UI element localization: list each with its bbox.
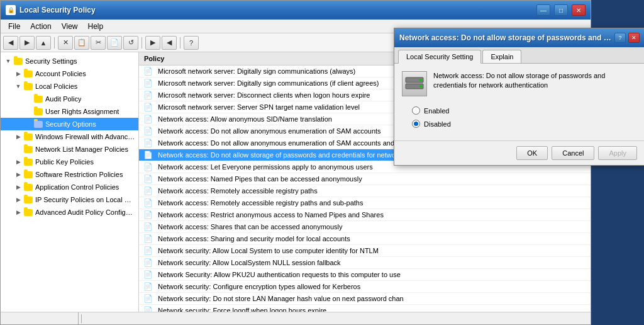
table-row[interactable]: 📄Network security: Allow Local System to… (139, 245, 591, 257)
close-button[interactable]: ✕ (572, 4, 586, 16)
policy-cell: Network security: Configure encryption t… (153, 281, 591, 292)
policy-icon: 📄 (143, 222, 153, 232)
sidebar-item-label: Network List Manager Policies (35, 145, 128, 153)
table-row[interactable]: 📄Network security: Force logoff when log… (139, 305, 591, 312)
policy-cell: Network access: Shares that can be acces… (153, 221, 591, 232)
back-button[interactable]: ◀ (3, 36, 18, 50)
apply-button[interactable]: Apply (598, 146, 637, 160)
main-window-icon: 🔒 (6, 5, 16, 15)
tab-explain[interactable]: Explain (482, 50, 521, 63)
policy-icon: 📄 (143, 258, 153, 268)
sidebar-item-security-settings[interactable]: ▼ Security Settings (1, 55, 138, 67)
table-row[interactable]: 📄Network access: Restrict anonymous acce… (139, 209, 591, 221)
sidebar-item-windows-firewall[interactable]: ▶ Windows Firewall with Advanced Secu (1, 130, 138, 143)
policy-icon: 📄 (143, 174, 153, 184)
expand-icon: ▶ (13, 169, 23, 180)
policy-cell: Network access: Restrict anonymous acces… (153, 209, 591, 220)
svg-point-2 (419, 79, 422, 81)
sidebar-item-account-policies[interactable]: ▶ Account Policies (1, 67, 138, 80)
sidebar-item-label: Public Key Policies (35, 158, 94, 166)
paste-button[interactable]: 📄 (107, 36, 122, 50)
radio-enabled[interactable] (412, 106, 420, 115)
maximize-button[interactable]: □ (554, 4, 568, 16)
folder-icon (23, 144, 33, 154)
dialog-help-button[interactable]: ? (614, 33, 626, 43)
server-icon (402, 71, 427, 96)
up-button[interactable]: ▲ (36, 36, 51, 50)
sidebar-item-software-restriction[interactable]: ▶ Software Restriction Policies (1, 168, 138, 181)
sidebar-item-label: Audit Policy (45, 95, 81, 103)
folder-icon (13, 56, 23, 66)
sidebar-item-advanced-audit[interactable]: ▶ Advanced Audit Policy Configuration (1, 206, 138, 219)
main-title-bar: 🔒 Local Security Policy — □ ✕ (1, 1, 591, 20)
policy-cell: Network access: Sharing and security mod… (153, 233, 591, 244)
folder-icon (23, 132, 33, 142)
sidebar-item-user-rights[interactable]: User Rights Assignment (1, 105, 138, 118)
table-row[interactable]: 📄Network security: Allow LocalSystem NUL… (139, 257, 591, 269)
forward-button[interactable]: ▶ (19, 36, 35, 50)
copy-button[interactable]: 📋 (74, 36, 89, 50)
sidebar-item-public-key[interactable]: ▶ Public Key Policies (1, 156, 138, 168)
policy-cell: Network security: Allow Local System to … (153, 245, 591, 256)
sidebar-item-label: Advanced Audit Policy Configuration (35, 208, 136, 216)
sidebar-item-label: Local Policies (35, 83, 77, 90)
dialog-radio-group: Enabled Disabled (402, 106, 637, 128)
policy-icon: 📄 (143, 294, 153, 304)
expand-icon: ▶ (13, 69, 23, 79)
table-row[interactable]: 📄Network security: Do not store LAN Mana… (139, 293, 591, 305)
radio-row-disabled: Disabled (412, 120, 637, 128)
toolbar-sep-1 (54, 37, 55, 48)
policy-cell: Network security: Allow LocalSystem NULL… (153, 257, 591, 268)
stop-button[interactable]: ✕ (58, 36, 73, 50)
sidebar-item-network-list[interactable]: Network List Manager Policies (1, 143, 138, 156)
table-row[interactable]: 📄Network security: Configure encryption … (139, 281, 591, 293)
menu-action[interactable]: Action (25, 21, 56, 32)
sidebar-item-audit-policy[interactable]: Audit Policy (1, 93, 138, 105)
table-row[interactable]: 📄Network access: Named Pipes that can be… (139, 173, 591, 185)
dialog-footer: OK Cancel Apply (394, 140, 644, 165)
sidebar-item-application-control[interactable]: ▶ Application Control Policies (1, 181, 138, 193)
sidebar-item-security-options[interactable]: Security Options (1, 118, 138, 130)
expand-icon: ▶ (13, 157, 23, 167)
dialog-close-button[interactable]: ✕ (628, 33, 640, 43)
import-button[interactable]: ◀ (162, 36, 177, 50)
table-row[interactable]: 📄Network access: Shares that can be acce… (139, 221, 591, 233)
cancel-button[interactable]: Cancel (552, 146, 594, 160)
folder-icon (23, 169, 33, 180)
ok-button[interactable]: OK (516, 146, 548, 160)
policy-icon: 📄 (143, 66, 153, 76)
policy-icon: 📄 (143, 282, 153, 292)
policy-icon: 📄 (143, 210, 153, 220)
tab-local-security-setting[interactable]: Local Security Setting (398, 50, 481, 64)
export-button[interactable]: ▶ (145, 36, 160, 50)
minimize-button[interactable]: — (536, 4, 550, 16)
cut-button[interactable]: ✂ (91, 36, 106, 50)
dialog-title: Network access: Do not allow storage of … (399, 33, 612, 42)
folder-icon (23, 207, 33, 217)
table-row[interactable]: 📄Network Security: Allow PKU2U authentic… (139, 269, 591, 281)
dialog-window: Network access: Do not allow storage of … (394, 28, 644, 166)
menu-view[interactable]: View (57, 21, 83, 32)
sidebar-item-ip-security[interactable]: ▶ IP Security Policies on Local Compute (1, 193, 138, 206)
expand-icon: ▶ (13, 207, 23, 217)
menu-file[interactable]: File (3, 21, 25, 32)
table-row[interactable]: 📄Network access: Remotely accessible reg… (139, 197, 591, 209)
table-row[interactable]: 📄Network access: Remotely accessible reg… (139, 185, 591, 197)
radio-disabled[interactable] (412, 120, 420, 128)
sidebar-item-local-policies[interactable]: ▼ Local Policies (1, 80, 138, 93)
refresh-button[interactable]: ↺ (123, 36, 138, 50)
help-button[interactable]: ? (184, 36, 199, 50)
policy-icon: 📄 (143, 162, 153, 172)
sidebar-item-label: Software Restriction Policies (35, 171, 123, 178)
policy-icon: 📄 (143, 246, 153, 256)
status-left (3, 312, 79, 324)
menu-help[interactable]: Help (83, 21, 109, 32)
table-row[interactable]: 📄Network access: Sharing and security mo… (139, 233, 591, 245)
status-divider (81, 314, 82, 323)
policy-cell: Network access: Remotely accessible regi… (153, 185, 591, 197)
policy-icon: 📄 (143, 270, 153, 280)
policy-icon: 📄 (143, 234, 153, 244)
policy-icon: 📄 (143, 150, 153, 160)
dialog-title-bar: Network access: Do not allow storage of … (394, 28, 644, 47)
policy-cell: Network access: Remotely accessible regi… (153, 197, 591, 208)
